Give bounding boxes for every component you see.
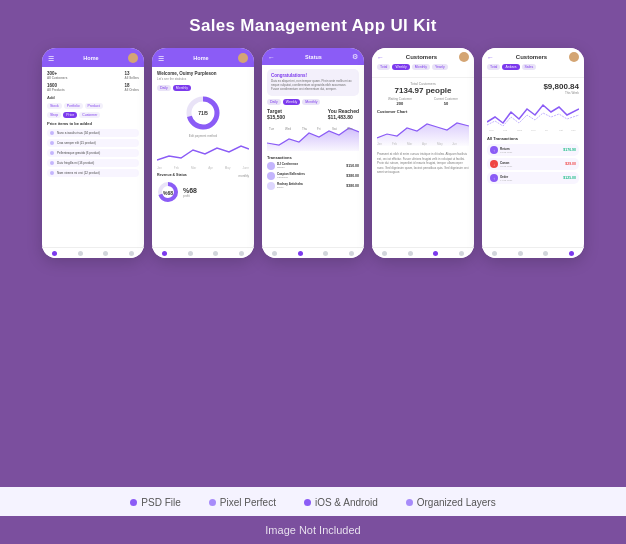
screen2-header: ☰ Home (152, 48, 254, 67)
current-value: 50 (434, 101, 458, 106)
month-labels: JanFebMarAprMayJune (157, 166, 249, 170)
add-sub-row-2: Shop Price Customer (47, 112, 139, 118)
svg-text:Fri: Fri (545, 129, 548, 132)
screen4-tabs: Total Weekly Monthly Yearly (377, 64, 469, 70)
s4-tab-yearly[interactable]: Yearly (432, 64, 448, 70)
nav4-search[interactable] (408, 251, 413, 256)
chart-title: Customer Chart (377, 109, 469, 114)
screen5-back[interactable]: ← (487, 54, 494, 61)
svg-text:Tue: Tue (503, 129, 508, 132)
sub-btn-portfolio[interactable]: Portfolio (64, 103, 83, 109)
screen4-header-row: ← Customers (377, 52, 469, 62)
s5-trans-1-info: ↑ Return 19.05.2021 (490, 146, 513, 154)
svg-marker-6 (267, 128, 359, 151)
price-dot-3 (50, 151, 54, 155)
trans-2-info: Caspian Bellenders Catherine (267, 172, 305, 180)
screen4-avatar (459, 52, 469, 62)
settings-icon: ⚙ (352, 53, 358, 61)
trans-1-text: DJ Conference friendly (277, 162, 298, 169)
screen1-header: ☰ Home (42, 48, 144, 67)
price-text-5: Nam viverra mi orci (12 product) (57, 171, 100, 175)
nav5-search[interactable] (518, 251, 523, 256)
nav4-home[interactable] (382, 251, 387, 256)
nav3-home[interactable] (272, 251, 277, 256)
s4-tab-total[interactable]: Total (377, 64, 390, 70)
nav4-profile[interactable] (459, 251, 464, 256)
nav2-home[interactable] (162, 251, 167, 256)
s5-tab-total[interactable]: Total (487, 64, 500, 70)
screen4-back[interactable]: ← (377, 54, 384, 61)
sub-btn-product[interactable]: Product (85, 103, 103, 109)
s4-tab-weekly[interactable]: Weekly (392, 64, 409, 70)
screen1-title: Home (83, 55, 98, 61)
add-sub-row: Stock Portfolio Product (47, 103, 139, 109)
screen-3-status: ← Status ⚙ Congratulations! Duis ex aliq… (262, 48, 364, 258)
bottom-nav-1 (42, 247, 144, 258)
nav2-search[interactable] (188, 251, 193, 256)
feature-dot-ios (304, 499, 311, 506)
svg-text:Wed: Wed (285, 127, 291, 131)
bottom-nav-2 (152, 247, 254, 258)
s5-tab-sales[interactable]: Sales (522, 64, 537, 70)
nav5-home[interactable] (492, 251, 497, 256)
svg-text:Sat: Sat (332, 127, 337, 131)
customer-description: Praesent at nibh id enim cursus tristiqu… (377, 152, 469, 175)
s5-tab-ankara[interactable]: Ankara (502, 64, 519, 70)
svg-text:%68: %68 (163, 190, 173, 196)
trans-1-avatar (267, 162, 275, 170)
tab-monthly[interactable]: Monthly (173, 85, 191, 91)
s4-tab-monthly[interactable]: Monthly (412, 64, 430, 70)
tab-daily[interactable]: Daily (157, 85, 171, 91)
sub-btn-shop[interactable]: Shop (47, 112, 61, 118)
footer-text: Image Not Included (265, 524, 360, 536)
feature-ios: iOS & Android (304, 497, 378, 508)
s5-trans-3-text: Order 17.05.2021 (500, 175, 513, 182)
s3-tab-daily[interactable]: Daily (267, 99, 281, 105)
screens-container: ☰ Home 300+ All Customers 13 All Sellers… (42, 48, 584, 258)
s5-trans-2: ↓ Canon 26.05.2021 $29.00 (487, 158, 579, 170)
nav5-transactions[interactable] (543, 251, 548, 256)
s5-amount-section: $9,800.84 This Week (487, 82, 579, 95)
total-value: 7134.97 people (377, 86, 469, 95)
s3-tab-weekly[interactable]: Weekly (283, 99, 300, 105)
screen1-body: 300+ All Customers 13 All Sellers 1600 A… (42, 67, 144, 255)
nav-search[interactable] (78, 251, 83, 256)
s5-trans-2-icon: ↓ (490, 160, 498, 168)
back-icon: ← (268, 54, 275, 61)
target-value: $15,500 (267, 114, 285, 120)
nav4-customers[interactable] (433, 251, 438, 256)
revenue-value: %68 (183, 187, 197, 194)
nav-cart[interactable] (103, 251, 108, 256)
s3-tab-monthly[interactable]: Monthly (302, 99, 320, 105)
all-trans-title: All Transactions (487, 136, 579, 141)
s5-trans-3: ↑ Order 17.05.2021 $125.00 (487, 172, 579, 184)
s5-trans-3-amount: $125.00 (563, 176, 576, 180)
trans-3-text: Rodney Artichoha Boots (277, 182, 303, 189)
reached-item: You Reached $11,483.80 (328, 108, 359, 120)
nav-profile[interactable] (129, 251, 134, 256)
nav3-status[interactable] (298, 251, 303, 256)
nav-home[interactable] (52, 251, 57, 256)
screen2-menu-icon: ☰ (158, 55, 164, 62)
sub-btn-customer[interactable]: Customer (79, 112, 100, 118)
nav3-profile[interactable] (349, 251, 354, 256)
transaction-2: Caspian Bellenders Catherine $380.00 (267, 172, 359, 180)
nav5-profile[interactable] (569, 251, 574, 256)
nav3-cart[interactable] (323, 251, 328, 256)
svg-text:71/5: 71/5 (198, 110, 208, 116)
feature-dot-pixel (209, 499, 216, 506)
trans-3-sub: Boots (277, 186, 303, 189)
sub-btn-price[interactable]: Price (63, 112, 77, 118)
nav2-profile[interactable] (239, 251, 244, 256)
feature-label-pixel: Pixel Perfect (220, 497, 276, 508)
nav2-cart[interactable] (213, 251, 218, 256)
sub-btn-stock[interactable]: Stock (47, 103, 62, 109)
screen3-period-tabs: Daily Weekly Monthly (267, 99, 359, 105)
s5-trans-1-text: Return 19.05.2021 (500, 147, 513, 154)
screen3-title: Status (305, 54, 322, 60)
feature-label-layers: Organized Layers (417, 497, 496, 508)
all-sellers-label: All Sellers (124, 76, 139, 80)
svg-text:Mon: Mon (489, 129, 494, 132)
wave-chart: Mon Tue Wed Thu Fri Sat Sun (487, 97, 579, 132)
congrats-text: Duis ex aliquet mi, non tempor quam. Pro… (271, 79, 355, 92)
